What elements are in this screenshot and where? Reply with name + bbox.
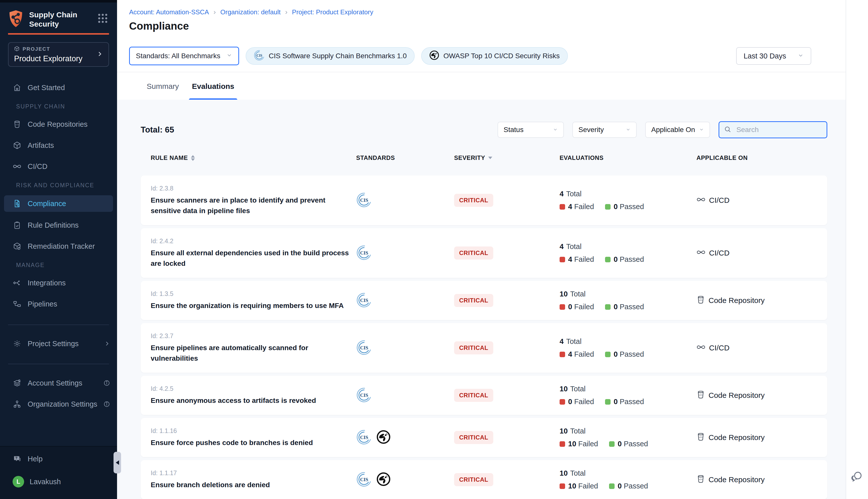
search-box[interactable] bbox=[719, 121, 827, 138]
sidebar-item-cicd[interactable]: CI/CD bbox=[0, 159, 117, 174]
status-filter[interactable]: Status bbox=[497, 122, 564, 138]
section-heading-supply-chain: SUPPLY CHAIN bbox=[0, 103, 117, 110]
tab-summary[interactable]: Summary bbox=[145, 72, 180, 100]
failed-indicator bbox=[559, 352, 565, 357]
sidebar-footer: ? Help L Lavakush bbox=[0, 446, 117, 499]
sidebar: Supply Chain Security PROJECT Product Ex… bbox=[0, 0, 117, 499]
brand-accent-rule bbox=[8, 33, 109, 35]
severity-badge: CRITICAL bbox=[454, 294, 493, 307]
breadcrumb-organization-link[interactable]: Organization: default bbox=[220, 8, 280, 16]
app-switcher-grid-icon[interactable] bbox=[97, 13, 108, 25]
chevron-down-icon bbox=[798, 52, 804, 60]
column-header-rule-name[interactable]: RULE NAME bbox=[151, 154, 356, 161]
rule-cell: Id: 2.3.7 Ensure pipelines are automatic… bbox=[151, 332, 356, 364]
standards-select[interactable]: Standards: All Benchmarks bbox=[129, 47, 239, 65]
project-cube-icon bbox=[14, 46, 20, 52]
svg-text:</>: </> bbox=[15, 123, 19, 126]
rule-name: Ensure force pushes code to branches is … bbox=[151, 438, 354, 448]
applicable-on-filter-label: Applicable On bbox=[651, 126, 695, 134]
pipelines-icon bbox=[13, 300, 22, 308]
chevron-right-icon bbox=[96, 51, 103, 58]
breadcrumb-project-link[interactable]: Project: Product Exploratory bbox=[292, 8, 373, 16]
sidebar-item-remediation-tracker[interactable]: Remediation Tracker bbox=[0, 239, 117, 254]
table-row[interactable]: Id: 2.4.2 Ensure all external dependenci… bbox=[141, 228, 827, 278]
clipboard-check-icon bbox=[13, 221, 22, 229]
severity-cell: CRITICAL bbox=[454, 473, 559, 486]
evaluations-cell: 10Total 10Failed 0Passed bbox=[559, 427, 697, 448]
table-header-row: RULE NAME STANDARDS SEVERITY EVALUATIONS… bbox=[141, 153, 827, 163]
sidebar-item-organization-settings[interactable]: Organization Settings bbox=[0, 396, 117, 412]
rule-name: Ensure scanners are in place to identify… bbox=[151, 195, 354, 216]
svg-text:CIS: CIS bbox=[360, 392, 368, 398]
svg-text:</>: </> bbox=[699, 478, 703, 480]
chevron-down-icon bbox=[553, 126, 558, 134]
user-menu[interactable]: L Lavakush bbox=[0, 474, 117, 489]
svg-text:</>: </> bbox=[699, 436, 703, 438]
sidebar-header: Supply Chain Security bbox=[0, 2, 117, 29]
passed-indicator bbox=[609, 484, 615, 489]
failed-indicator bbox=[559, 399, 565, 405]
failed-indicator bbox=[559, 257, 565, 262]
applicable-on-filter[interactable]: Applicable On bbox=[645, 122, 710, 138]
info-icon[interactable] bbox=[104, 401, 110, 407]
sidebar-item-pipelines[interactable]: Pipelines bbox=[0, 296, 117, 312]
tab-evaluations[interactable]: Evaluations bbox=[190, 72, 236, 100]
project-selector[interactable]: PROJECT Product Exploratory bbox=[8, 42, 109, 67]
standards-cell: CIS bbox=[356, 340, 454, 356]
svg-text:CIS: CIS bbox=[360, 345, 368, 350]
column-header-applicable-on: APPLICABLE ON bbox=[697, 154, 817, 161]
table-row[interactable]: Id: 2.3.8 Ensure scanners are in place t… bbox=[141, 175, 827, 225]
sidebar-item-rule-definitions[interactable]: Rule Definitions bbox=[0, 217, 117, 233]
code-repository-icon: </> bbox=[697, 475, 705, 485]
sidebar-item-help[interactable]: ? Help bbox=[0, 451, 117, 467]
sidebar-collapse-handle[interactable] bbox=[113, 452, 121, 473]
page-header: Account: Automation-SSCA › Organization:… bbox=[117, 0, 846, 32]
search-input[interactable] bbox=[736, 126, 827, 134]
sidebar-item-label: CI/CD bbox=[28, 162, 47, 171]
date-range-select[interactable]: Last 30 Days bbox=[736, 47, 811, 65]
support-chat-icon[interactable] bbox=[850, 470, 863, 484]
rule-cell: Id: 1.3.5 Ensure the organization is req… bbox=[151, 290, 356, 311]
total-count: Total: 65 bbox=[141, 125, 174, 135]
standards-select-value: Standards: All Benchmarks bbox=[136, 52, 220, 60]
sidebar-item-account-settings[interactable]: Account Settings bbox=[0, 375, 117, 391]
svg-text:CIS: CIS bbox=[360, 435, 368, 440]
sidebar-item-integrations[interactable]: Integrations bbox=[0, 275, 117, 291]
layers-gear-icon bbox=[13, 379, 22, 387]
sidebar-item-compliance[interactable]: Compliance bbox=[4, 195, 113, 212]
info-icon[interactable] bbox=[104, 380, 110, 386]
severity-cell: CRITICAL bbox=[454, 431, 559, 444]
cis-benchmark-chip[interactable]: CIS CIS Software Supply Chain Benchmarks… bbox=[246, 47, 415, 65]
sidebar-item-artifacts[interactable]: CI/CD Artifacts bbox=[0, 137, 117, 153]
evaluations-cell: 4Total 4Failed 0Passed bbox=[559, 337, 697, 358]
severity-badge: CRITICAL bbox=[454, 194, 493, 207]
rule-cell: Id: 2.3.8 Ensure scanners are in place t… bbox=[151, 185, 356, 216]
table-row[interactable]: Id: 1.1.17 Ensure branch deletions are d… bbox=[141, 460, 827, 499]
table-row[interactable]: Id: 1.1.16 Ensure force pushes code to b… bbox=[141, 418, 827, 457]
column-header-evaluations: EVALUATIONS bbox=[559, 154, 697, 161]
sidebar-item-label: Integrations bbox=[28, 279, 66, 287]
breadcrumb-account-link[interactable]: Account: Automation-SSCA bbox=[129, 8, 209, 16]
sidebar-item-code-repositories[interactable]: </> Code Repositories bbox=[0, 117, 117, 132]
sidebar-divider bbox=[8, 325, 109, 325]
owasp-chip[interactable]: OWASP Top 10 CI/CD Security Risks bbox=[421, 47, 568, 65]
severity-cell: CRITICAL bbox=[454, 389, 559, 402]
chevron-right-icon bbox=[104, 341, 110, 346]
table-row[interactable]: Id: 2.3.7 Ensure pipelines are automatic… bbox=[141, 323, 827, 373]
column-header-severity[interactable]: SEVERITY bbox=[454, 154, 559, 161]
svg-text:?: ? bbox=[15, 456, 17, 460]
chevron-down-icon bbox=[626, 126, 631, 134]
tab-bar: Summary Evaluations bbox=[117, 72, 846, 100]
project-label: PROJECT bbox=[23, 46, 50, 52]
collapse-arrow-icon bbox=[116, 460, 119, 465]
applicable-on-cell: CI/CD bbox=[697, 195, 817, 206]
table-row[interactable]: Id: 4.2.5 Ensure anonymous access to art… bbox=[141, 376, 827, 415]
severity-filter[interactable]: Severity bbox=[572, 122, 637, 138]
app-title: Supply Chain Security bbox=[29, 10, 77, 28]
table-row[interactable]: Id: 1.3.5 Ensure the organization is req… bbox=[141, 281, 827, 320]
sidebar-item-label: Organization Settings bbox=[28, 400, 97, 409]
sidebar-item-get-started[interactable]: Get Started bbox=[0, 80, 117, 95]
sidebar-item-project-settings[interactable]: Project Settings bbox=[0, 336, 117, 351]
remediation-box-icon bbox=[13, 242, 22, 250]
applicable-on-cell: CI/CD bbox=[697, 343, 817, 353]
